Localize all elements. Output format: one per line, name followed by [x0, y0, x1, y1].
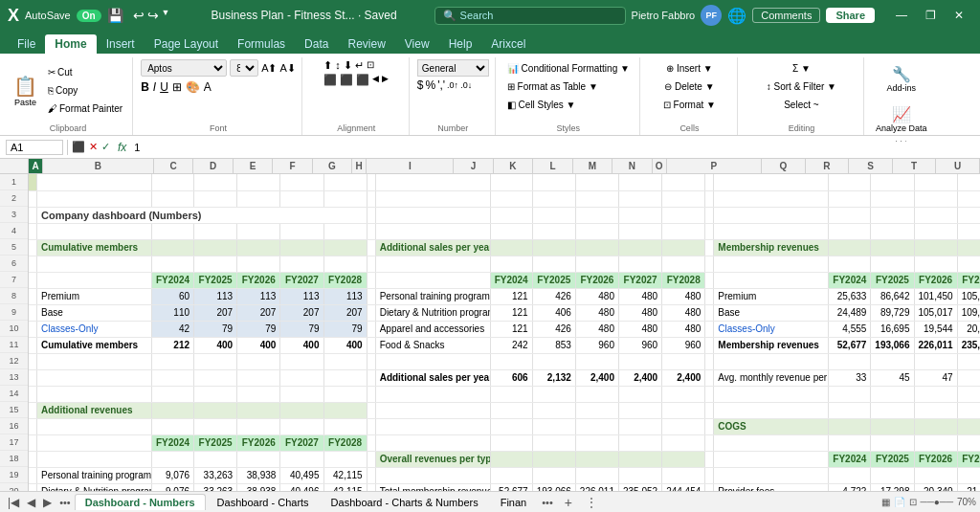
sheet-tab-finan[interactable]: Finan [490, 494, 538, 510]
col-B[interactable]: B [43, 159, 154, 173]
conditional-formatting-button[interactable]: 📊 Conditional Formatting ▼ [503, 59, 634, 77]
col-E[interactable]: E [234, 159, 273, 173]
cut-button[interactable]: ✂Cut [44, 64, 126, 81]
ribbon-tab-page layout[interactable]: Page Layout [145, 34, 228, 54]
spreadsheet-grid[interactable]: Company dashboard (Numbers) Cumulative m… [29, 174, 980, 491]
ribbon-tab-data[interactable]: Data [295, 34, 338, 54]
sheet-tab-dashboard-charts[interactable]: Dashboard - Charts [207, 494, 320, 510]
col-R[interactable]: R [806, 159, 850, 173]
italic-button[interactable]: I [153, 80, 156, 94]
col-C[interactable]: C [154, 159, 193, 173]
zoom-slider[interactable]: ──●── [921, 497, 953, 507]
sum-button[interactable]: Σ ▼ [789, 59, 814, 77]
copy-button[interactable]: ⎘Copy [44, 82, 126, 100]
page-break-icon[interactable]: ⊡ [909, 497, 917, 507]
add-sheet-button[interactable]: + [557, 493, 580, 512]
font-color-button[interactable]: A [204, 80, 212, 94]
currency-button[interactable]: $ [417, 78, 424, 92]
col-U[interactable]: U [936, 159, 980, 173]
sheet-nav-first[interactable]: |◀ [4, 496, 23, 509]
cell-styles-button[interactable]: ◧ Cell Styles ▼ [503, 96, 580, 113]
cancel-formula-button[interactable]: ✕ [89, 141, 98, 153]
sheet-more-button[interactable]: ••• [56, 497, 75, 508]
sheet-options-button[interactable]: ⋮ [580, 494, 603, 511]
border-button[interactable]: ⊞ [172, 80, 182, 94]
minimize-button[interactable]: — [888, 4, 915, 27]
ribbon-tab-review[interactable]: Review [338, 34, 394, 54]
col-G[interactable]: G [313, 159, 352, 173]
format-painter-button[interactable]: 🖌Format Painter [44, 100, 126, 118]
formula-input[interactable] [134, 142, 974, 153]
col-T[interactable]: T [893, 159, 937, 173]
number-format-select[interactable]: General [417, 59, 489, 77]
undo-button[interactable]: ↩ [133, 8, 145, 23]
col-M[interactable]: M [573, 159, 612, 173]
col-D[interactable]: D [193, 159, 233, 173]
col-P[interactable]: P [667, 159, 762, 173]
font-family-select[interactable]: Aptos [141, 59, 227, 77]
comma-button[interactable]: ',' [437, 78, 445, 92]
percent-button[interactable]: % [426, 78, 436, 92]
sheet-nav-next[interactable]: ▶ [39, 496, 56, 509]
fill-color-button[interactable]: 🎨 [186, 80, 200, 94]
addins-button[interactable]: 🔧 Add-ins [882, 59, 920, 98]
autosave-toggle[interactable]: On [77, 10, 101, 22]
cell-A1[interactable] [29, 174, 37, 190]
sheet-tab-dashboard-numbers[interactable]: Dashboard - Numbers [75, 494, 206, 510]
col-H[interactable]: H [352, 159, 367, 173]
align-right-button[interactable]: ⬛ [356, 74, 369, 86]
expand-formula-button[interactable]: ⬛ [72, 141, 85, 153]
analyze-data-button[interactable]: 📈 Analyze Data [872, 100, 931, 138]
delete-cells-button[interactable]: ⊖ Delete ▼ [660, 78, 718, 95]
decrease-font-button[interactable]: A⬇ [279, 62, 295, 75]
decrease-decimal-button[interactable]: .0↓ [460, 80, 472, 90]
format-as-table-button[interactable]: ⊞ Format as Table ▼ [503, 78, 602, 95]
ribbon-tab-help[interactable]: Help [439, 34, 482, 54]
comments-button[interactable]: Comments [752, 8, 820, 23]
col-Q[interactable]: Q [762, 159, 806, 173]
confirm-formula-button[interactable]: ✓ [101, 141, 110, 153]
cell-reference-input[interactable] [6, 140, 63, 155]
ribbon-tab-home[interactable]: Home [45, 34, 96, 54]
zoom-level[interactable]: 70% [957, 497, 976, 507]
col-I[interactable]: I [367, 159, 454, 173]
align-middle-button[interactable]: ↕ [335, 59, 341, 72]
sheet-tab-dashboard-charts-numbers[interactable]: Dashboard - Charts & Numbers [321, 494, 489, 510]
col-F[interactable]: F [273, 159, 312, 173]
ribbon-tab-view[interactable]: View [395, 34, 439, 54]
search-box[interactable]: 🔍 Search [434, 7, 626, 25]
maximize-button[interactable]: ❐ [917, 4, 944, 27]
share-button[interactable]: Share [826, 8, 875, 23]
bold-button[interactable]: B [141, 80, 149, 94]
paste-button[interactable]: 📋 Paste [10, 62, 41, 120]
col-L[interactable]: L [533, 159, 572, 173]
indent-dec-button[interactable]: ◀ [372, 74, 379, 86]
ribbon-tab-file[interactable]: File [8, 34, 45, 54]
align-bottom-button[interactable]: ⬇ [344, 59, 352, 72]
align-top-button[interactable]: ⬆ [323, 59, 332, 72]
increase-decimal-button[interactable]: .0↑ [447, 80, 458, 90]
format-cells-button[interactable]: ⊡ Format ▼ [659, 96, 720, 113]
find-select-button[interactable]: Select ~ [780, 96, 822, 113]
page-layout-icon[interactable]: 📄 [894, 497, 905, 507]
indent-inc-button[interactable]: ▶ [382, 74, 389, 86]
more-arrow[interactable]: ▼ [162, 8, 170, 23]
col-A[interactable]: A [29, 159, 43, 173]
ribbon-tab-arixcel[interactable]: Arixcel [481, 34, 535, 54]
sheet-tab-overflow[interactable]: ••• [538, 497, 557, 508]
sort-filter-button[interactable]: ↕ Sort & Filter ▼ [763, 78, 840, 95]
col-N[interactable]: N [612, 159, 652, 173]
align-center-button[interactable]: ⬛ [340, 74, 353, 86]
wrap-text-button[interactable]: ↵ [355, 59, 364, 72]
insert-cells-button[interactable]: ⊕ Insert ▼ [662, 59, 716, 77]
col-O[interactable]: O [653, 159, 667, 173]
underline-button[interactable]: U [160, 80, 168, 94]
redo-button[interactable]: ↪ [147, 8, 159, 23]
col-S[interactable]: S [849, 159, 893, 173]
merge-button[interactable]: ⊡ [367, 59, 374, 72]
increase-font-button[interactable]: A⬆ [261, 62, 277, 75]
ribbon-tab-formulas[interactable]: Formulas [228, 34, 295, 54]
ribbon-tab-insert[interactable]: Insert [97, 34, 145, 54]
align-left-button[interactable]: ⬛ [323, 74, 337, 86]
sheet-nav-prev[interactable]: ◀ [23, 496, 39, 509]
